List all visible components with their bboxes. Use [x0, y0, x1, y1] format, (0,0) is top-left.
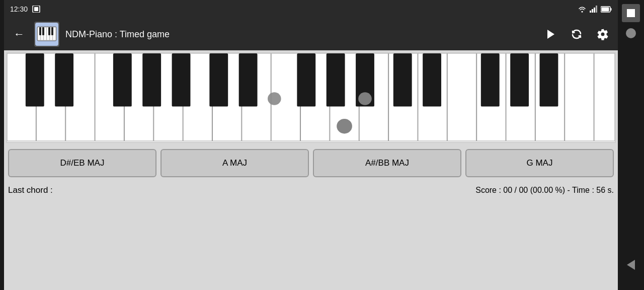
settings-button[interactable]	[594, 25, 612, 43]
battery-icon	[601, 6, 612, 13]
app-icon	[34, 22, 59, 47]
svg-rect-54	[423, 53, 441, 107]
svg-rect-61	[627, 9, 635, 17]
square-icon	[626, 9, 635, 18]
svg-rect-41	[565, 53, 594, 141]
svg-rect-56	[510, 53, 529, 107]
svg-rect-45	[113, 53, 132, 107]
piano-app-icon	[35, 23, 58, 46]
right-bar	[618, 0, 644, 290]
chord-button-3[interactable]: G MAJ	[465, 149, 614, 177]
svg-rect-4	[594, 8, 595, 13]
right-square-button[interactable]	[622, 4, 640, 22]
right-back-button[interactable]	[627, 260, 635, 270]
svg-rect-1	[34, 7, 38, 11]
chord-button-2[interactable]: A#/BB MAJ	[313, 149, 461, 177]
app-bar: ← NDM-Piano : Timed game	[4, 18, 618, 50]
svg-rect-2	[590, 11, 591, 13]
svg-rect-7	[611, 8, 612, 11]
svg-rect-57	[540, 53, 558, 107]
svg-rect-19	[48, 27, 50, 35]
svg-rect-18	[42, 27, 44, 35]
svg-point-60	[337, 119, 352, 133]
last-chord-label: Last chord :	[8, 185, 53, 195]
left-bar	[0, 0, 4, 290]
svg-rect-43	[26, 53, 44, 107]
svg-rect-8	[602, 7, 609, 11]
status-time: 12:30	[10, 5, 28, 13]
svg-rect-44	[55, 53, 73, 107]
main-content: 12:30	[4, 0, 618, 290]
back-button[interactable]: ←	[10, 25, 28, 43]
settings-icon	[597, 28, 609, 40]
svg-rect-5	[596, 6, 597, 13]
chord-button-0[interactable]: D#/EB MAJ	[8, 149, 156, 177]
status-bar: 12:30	[4, 0, 618, 18]
score-text: Score : 00 / 00 (00.00 %) - Time : 56 s.	[475, 186, 614, 195]
svg-rect-17	[39, 27, 41, 35]
right-circle-button[interactable]	[626, 28, 636, 38]
svg-rect-49	[239, 53, 258, 107]
play-button[interactable]	[541, 25, 559, 43]
svg-rect-20	[51, 27, 53, 35]
piano-svg	[7, 53, 615, 142]
svg-rect-46	[142, 53, 161, 107]
svg-rect-51	[327, 53, 345, 107]
piano-container[interactable]	[6, 52, 616, 143]
svg-rect-48	[209, 53, 228, 107]
svg-point-58	[268, 92, 281, 105]
chord-buttons: D#/EB MAJ A MAJ A#/BB MAJ G MAJ	[6, 149, 616, 177]
svg-rect-37	[447, 53, 476, 141]
svg-marker-21	[547, 30, 554, 39]
refresh-button[interactable]	[568, 25, 586, 43]
svg-rect-53	[393, 53, 412, 107]
wifi-icon	[578, 6, 587, 13]
sim-icon	[32, 6, 41, 13]
app-title: NDM-Piano : Timed game	[65, 29, 535, 40]
svg-point-59	[358, 92, 372, 105]
refresh-icon	[571, 28, 583, 40]
status-left: 12:30	[10, 5, 41, 13]
app-bar-actions	[541, 25, 612, 43]
svg-rect-47	[172, 53, 191, 107]
signal-icon	[590, 6, 598, 13]
status-right	[578, 6, 612, 13]
svg-rect-50	[297, 53, 315, 107]
svg-rect-42	[594, 53, 615, 141]
chord-button-1[interactable]: A MAJ	[160, 149, 309, 177]
status-row: Last chord : Score : 00 / 00 (00.00 %) -…	[4, 181, 618, 199]
svg-rect-3	[592, 9, 593, 13]
play-icon	[544, 28, 556, 40]
svg-rect-55	[481, 53, 500, 107]
